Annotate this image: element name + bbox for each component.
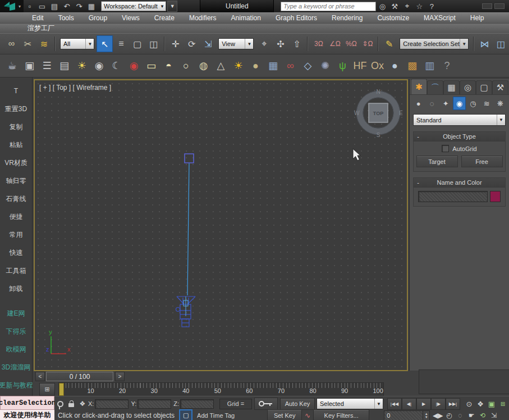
3ds-max-logo-icon[interactable]: ▾ bbox=[0, 0, 24, 12]
physical-camera-icon[interactable]: ◉ bbox=[125, 57, 143, 74]
use-pivot-point-center-icon[interactable]: ⌖ bbox=[256, 35, 272, 52]
next-frame-button[interactable]: |▶ bbox=[431, 398, 446, 410]
create-helpers-icon[interactable]: ◷ bbox=[466, 97, 479, 110]
minimize-button[interactable] bbox=[482, 3, 492, 9]
select-object-icon[interactable]: ↖ bbox=[97, 35, 113, 52]
target-camera-icon[interactable]: ☾ bbox=[108, 57, 125, 74]
window-crossing-icon[interactable]: ◫ bbox=[145, 35, 162, 52]
create-systems-icon[interactable]: ❋ bbox=[494, 97, 507, 110]
name-color-rollout-header[interactable]: - Name and Color bbox=[414, 178, 505, 188]
object-color-swatch[interactable] bbox=[490, 191, 501, 202]
menu-item-rendering[interactable]: Rendering bbox=[324, 13, 370, 23]
selection-filter-dropdown[interactable]: All ▼ bbox=[60, 38, 94, 49]
clear-selection-button[interactable]: clearSelection bbox=[0, 396, 54, 410]
viewcube[interactable]: TOP N S W E bbox=[352, 87, 404, 139]
wrench-icon[interactable]: ⚒ bbox=[388, 1, 401, 12]
proxy-molecule-icon[interactable]: ∞ bbox=[282, 57, 299, 74]
sidebar-item-5[interactable]: 轴归零 bbox=[0, 172, 32, 190]
time-slider-marker[interactable] bbox=[59, 383, 64, 396]
sidebar-item-vr[interactable]: VR材质 bbox=[0, 154, 32, 172]
reference-coordinate-dropdown[interactable]: View ▼ bbox=[218, 38, 254, 49]
menu-item-views[interactable]: Views bbox=[114, 13, 147, 23]
light-ies-icon[interactable]: △ bbox=[212, 57, 230, 74]
selection-region-icon[interactable]: ◌ bbox=[455, 410, 466, 420]
search-find-icon[interactable]: ◎ bbox=[376, 1, 388, 12]
percent-snap-toggle-icon[interactable]: %Ω bbox=[343, 35, 359, 52]
zoom-icon[interactable]: ⊙ bbox=[464, 399, 475, 409]
sidebar-item-3d[interactable]: 重置3D bbox=[0, 100, 32, 118]
add-time-tag[interactable]: Add Time Tag bbox=[197, 412, 235, 419]
previous-frame-button[interactable]: ◀| bbox=[402, 398, 416, 410]
maximize-viewport-icon[interactable]: ⇲ bbox=[488, 410, 499, 420]
select-and-move-icon[interactable]: ✛ bbox=[167, 35, 184, 52]
infocenter-help-icon[interactable]: ? bbox=[425, 1, 438, 12]
workspace-dropdown[interactable]: Workspace: Default ▾ bbox=[101, 1, 166, 11]
sidebar-web-item-1[interactable]: 下得乐 bbox=[0, 322, 32, 340]
tab-motion[interactable]: ◎ bbox=[460, 80, 476, 94]
sky-icon[interactable]: ● bbox=[247, 57, 264, 74]
go-to-end-button[interactable]: ▶▶| bbox=[446, 398, 460, 410]
pin-stack-icon[interactable] bbox=[54, 399, 66, 409]
named-selection-sets-dropdown[interactable]: Create Selection Set ▼ bbox=[400, 38, 469, 49]
grass-icon[interactable]: ψ bbox=[334, 57, 351, 74]
sidebar-item-11[interactable]: 卸载 bbox=[0, 280, 32, 298]
light-plane-icon[interactable]: ▭ bbox=[143, 57, 160, 74]
displacement-icon[interactable]: ▦ bbox=[264, 57, 282, 74]
project-folder-icon[interactable]: ▦ bbox=[85, 1, 98, 12]
viewport-top[interactable]: [ + ] [ Top ] [ Wireframe ] y bbox=[34, 79, 408, 371]
communication-center-icon[interactable]: ⌖ bbox=[401, 1, 413, 12]
tab-utilities[interactable]: ⚒ bbox=[492, 80, 508, 94]
previous-frame-slider-button[interactable]: < bbox=[35, 372, 45, 381]
key-filter-curve-icon[interactable]: ∿ bbox=[302, 410, 313, 420]
tab-modify[interactable]: ⌒ bbox=[427, 80, 443, 94]
time-slider[interactable]: 0 / 100 bbox=[46, 372, 113, 381]
menu-item-customize[interactable]: Customize bbox=[370, 13, 416, 23]
select-by-name-icon[interactable]: ≡ bbox=[113, 35, 129, 52]
zoom-all-icon[interactable]: ❖ bbox=[475, 399, 486, 409]
menu-item-create[interactable]: Create bbox=[147, 13, 182, 23]
menu-item-modifiers[interactable]: Modifiers bbox=[182, 13, 224, 23]
menu-item-edit[interactable]: Edit bbox=[25, 13, 51, 23]
transform-gizmo-icon[interactable]: ❖ bbox=[77, 399, 88, 409]
select-and-scale-icon[interactable]: ⇲ bbox=[200, 35, 216, 52]
key-mode-dropdown[interactable]: Selected ▼ bbox=[317, 398, 383, 409]
multimatte-icon[interactable]: ▩ bbox=[403, 57, 421, 74]
sun-icon[interactable]: ☀ bbox=[230, 57, 247, 74]
menu-item-graph-editors[interactable]: Graph Editors bbox=[268, 13, 324, 23]
new-file-icon[interactable]: ▫ bbox=[24, 1, 36, 12]
tab-hierarchy[interactable]: ▦ bbox=[443, 80, 460, 94]
zoom-extents-all-icon[interactable]: ⧈ bbox=[497, 399, 508, 409]
menu-item-maxscript[interactable]: MAXScript bbox=[416, 13, 463, 23]
sidebar-item-8[interactable]: 常用 bbox=[0, 226, 32, 244]
light-panel-icon[interactable]: ☀ bbox=[73, 57, 90, 74]
create-shapes-icon[interactable]: ◌ bbox=[425, 97, 438, 110]
object-name-field[interactable] bbox=[418, 191, 488, 202]
camera-icon[interactable]: ◉ bbox=[90, 57, 108, 74]
angle-snap-toggle-icon[interactable]: ∠Ω bbox=[327, 35, 343, 52]
snaps-toggle-3d-icon[interactable]: 3Ω bbox=[310, 35, 327, 52]
autogrid-checkbox[interactable] bbox=[442, 145, 449, 152]
sidebar-web-item-2[interactable]: 欧模网 bbox=[0, 340, 32, 358]
y-coordinate-field[interactable] bbox=[137, 399, 171, 409]
rectangular-selection-region-icon[interactable]: ▢ bbox=[129, 35, 145, 52]
favorites-star-icon[interactable]: ☆ bbox=[413, 1, 425, 12]
bind-to-space-warp-icon[interactable]: ≋ bbox=[36, 35, 52, 52]
workspace-split-button[interactable]: ▼ bbox=[167, 1, 177, 12]
spinner-snap-toggle-icon[interactable]: ⇕Ω bbox=[359, 35, 375, 52]
spinner-arrows-icon[interactable]: ▲▼ bbox=[423, 411, 429, 420]
x-coordinate-field[interactable] bbox=[95, 399, 129, 409]
tab-create[interactable]: ✱ bbox=[411, 79, 427, 94]
sidebar-item-3[interactable]: 粘贴 bbox=[0, 136, 32, 154]
menu-item-help[interactable]: Help bbox=[463, 13, 492, 23]
render-frame-window-icon[interactable]: ▣ bbox=[21, 57, 38, 74]
select-and-rotate-icon[interactable]: ⟳ bbox=[184, 35, 200, 52]
open-mini-curve-editor-button[interactable]: ⊞ bbox=[39, 383, 55, 396]
current-frame-field[interactable]: 0 ▲▼ bbox=[384, 410, 430, 420]
adaptive-degradation-toggle[interactable]: ▢ bbox=[179, 409, 192, 420]
create-geometry-icon[interactable]: ● bbox=[412, 97, 425, 110]
time-configuration-icon[interactable]: ◴ bbox=[443, 410, 455, 420]
ox-fur-icon[interactable]: Ox bbox=[369, 57, 386, 74]
sidebar-item-9[interactable]: 快速 bbox=[0, 244, 32, 262]
light-mesh-icon[interactable]: ◍ bbox=[195, 57, 212, 74]
edit-named-selection-sets-icon[interactable]: ✎ bbox=[381, 35, 397, 52]
